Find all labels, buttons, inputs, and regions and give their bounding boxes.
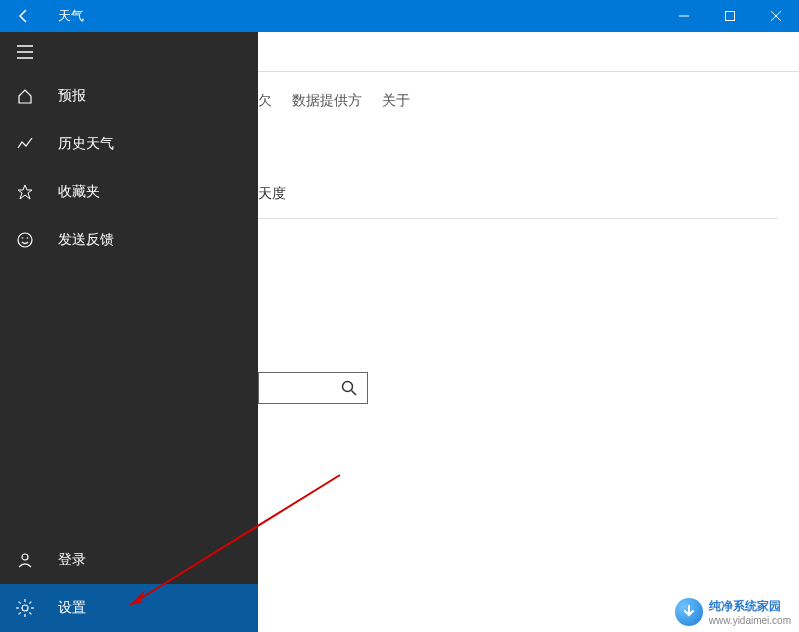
window-controls (661, 0, 799, 32)
maximize-icon (725, 11, 735, 21)
chart-icon (16, 135, 34, 153)
back-button[interactable] (0, 0, 48, 32)
svg-line-19 (19, 602, 21, 604)
sidebar-item-history[interactable]: 历史天气 (0, 120, 258, 168)
smiley-icon (16, 231, 34, 249)
watermark-line1: 纯净系统家园 (709, 599, 781, 613)
tab-partial[interactable]: 欠 (258, 92, 272, 110)
sidebar-item-label: 发送反馈 (58, 231, 114, 249)
svg-rect-1 (726, 12, 735, 21)
sidebar-bottom-group: 登录 设置 (0, 536, 258, 632)
star-icon (16, 183, 34, 201)
svg-line-20 (29, 612, 31, 614)
gear-icon (16, 599, 34, 617)
home-icon (16, 87, 34, 105)
hamburger-button[interactable] (0, 32, 258, 72)
app-title: 天气 (58, 7, 84, 25)
watermark: 纯净系统家园 www.yidaimei.com (675, 598, 791, 626)
content-fragment: 天度 (258, 185, 286, 203)
search-input[interactable] (258, 372, 368, 404)
sidebar-item-signin[interactable]: 登录 (0, 536, 258, 584)
content-divider (258, 218, 778, 219)
sidebar-item-label: 收藏夹 (58, 183, 100, 201)
minimize-button[interactable] (661, 0, 707, 32)
sidebar-item-forecast[interactable]: 预报 (0, 72, 258, 120)
search-icon (341, 380, 357, 396)
sidebar-item-favorites[interactable]: 收藏夹 (0, 168, 258, 216)
close-button[interactable] (753, 0, 799, 32)
watermark-text: 纯净系统家园 www.yidaimei.com (709, 598, 791, 626)
tab-data-provider[interactable]: 数据提供方 (292, 92, 362, 110)
svg-point-14 (22, 605, 28, 611)
back-arrow-icon (16, 8, 32, 24)
svg-point-12 (27, 237, 29, 239)
svg-point-13 (22, 554, 28, 560)
maximize-button[interactable] (707, 0, 753, 32)
svg-point-4 (343, 382, 353, 392)
sidebar-item-label: 登录 (58, 551, 86, 569)
svg-line-22 (19, 612, 21, 614)
svg-line-5 (352, 391, 357, 396)
svg-marker-9 (18, 185, 32, 199)
svg-line-21 (29, 602, 31, 604)
sidebar-spacer (0, 264, 258, 536)
nav-sidebar: 预报 历史天气 收藏夹 发送反馈 (0, 32, 258, 632)
svg-point-11 (22, 237, 24, 239)
minimize-icon (679, 11, 689, 21)
tab-about[interactable]: 关于 (382, 92, 410, 110)
hamburger-icon (16, 43, 34, 61)
sidebar-item-label: 预报 (58, 87, 86, 105)
sidebar-top-group: 预报 历史天气 收藏夹 发送反馈 (0, 32, 258, 264)
title-bar: 天气 (0, 0, 799, 32)
sidebar-item-label: 设置 (58, 599, 86, 617)
sidebar-item-label: 历史天气 (58, 135, 114, 153)
watermark-line2: www.yidaimei.com (709, 615, 791, 626)
watermark-icon (675, 598, 703, 626)
close-icon (771, 11, 781, 21)
sidebar-item-feedback[interactable]: 发送反馈 (0, 216, 258, 264)
person-icon (16, 551, 34, 569)
sidebar-item-settings[interactable]: 设置 (0, 584, 258, 632)
svg-point-10 (18, 233, 32, 247)
